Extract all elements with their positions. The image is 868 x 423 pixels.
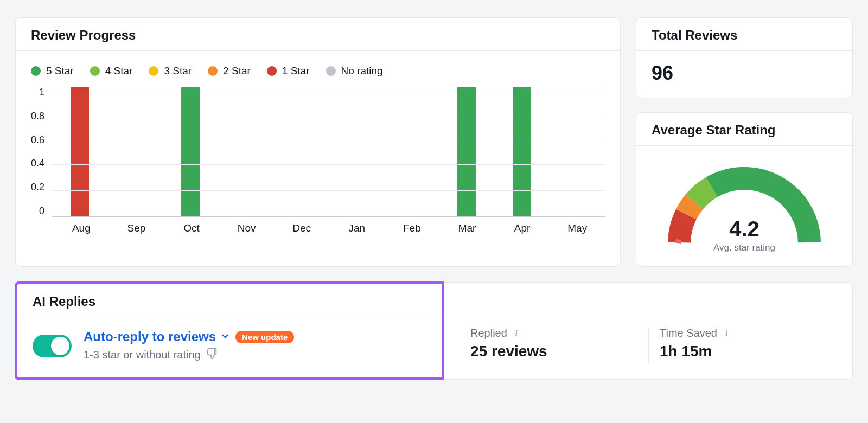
y-tick: 1 <box>39 87 44 98</box>
legend-item[interactable]: 5 Star <box>31 65 74 77</box>
y-tick: 0 <box>39 206 44 217</box>
legend-swatch <box>208 66 218 76</box>
avg-rating-gauge: 4.2 Avg. star rating <box>663 161 826 253</box>
bar-slot <box>494 87 550 216</box>
auto-reply-sub: 1-3 star or without rating <box>84 349 201 361</box>
review-progress-chart: 10.80.60.40.20 <box>31 87 605 217</box>
info-icon[interactable]: i <box>722 329 731 338</box>
card-header: Review Progress <box>16 18 620 51</box>
avg-rating-sub: Avg. star rating <box>663 242 826 253</box>
legend-item[interactable]: 4 Star <box>90 65 133 77</box>
bar-slot <box>273 87 329 216</box>
legend-label: 2 Star <box>223 65 251 77</box>
legend-label: 5 Star <box>46 65 74 77</box>
bar-slot <box>329 87 384 216</box>
ai-replies-stats: Replied i 25 reviews Time Saved i 1h 15m <box>444 309 852 379</box>
bar-slot <box>439 87 494 216</box>
legend-item[interactable]: No rating <box>326 65 383 77</box>
auto-reply-toggle[interactable] <box>33 335 72 357</box>
x-tick: Oct <box>164 222 219 234</box>
avg-rating-value: 4.2 <box>663 217 826 241</box>
bar-slot <box>218 87 273 216</box>
avg-rating-title: Average Star Rating <box>652 123 837 138</box>
legend-label: 3 Star <box>164 65 192 77</box>
bar-slot <box>384 87 439 216</box>
bar[interactable] <box>513 87 531 216</box>
bar-slot <box>163 87 218 216</box>
y-tick: 0.6 <box>31 134 44 146</box>
legend-swatch <box>31 66 41 76</box>
legend-swatch <box>149 66 158 76</box>
legend-label: 1 Star <box>282 65 310 77</box>
x-axis: AugSepOctNovDecJanFebMarAprMay <box>54 217 605 234</box>
replied-label: Replied <box>470 327 507 339</box>
review-progress-card: Review Progress 5 Star4 Star3 Star2 Star… <box>15 17 621 267</box>
x-tick: Apr <box>495 222 550 234</box>
legend-swatch <box>326 66 336 76</box>
plot-area <box>52 87 605 217</box>
new-update-badge: New update <box>235 331 294 343</box>
y-tick: 0.2 <box>31 182 44 193</box>
bar[interactable] <box>457 87 476 216</box>
legend-swatch <box>90 66 100 76</box>
bar-slot <box>550 87 605 216</box>
avg-rating-card: Average Star Rating <box>636 112 853 267</box>
legend-item[interactable]: 3 Star <box>149 65 192 77</box>
y-tick: 0.8 <box>31 111 44 122</box>
review-progress-title: Review Progress <box>31 28 605 43</box>
ai-replies-card: AI Replies Auto-reply to reviews <box>15 282 853 380</box>
ai-replies-title: AI Replies <box>33 294 426 309</box>
bar-slot <box>107 87 163 216</box>
y-tick: 0.4 <box>31 158 44 169</box>
bar[interactable] <box>71 87 89 216</box>
y-axis: 10.80.60.40.20 <box>31 87 52 217</box>
x-tick: Jan <box>329 222 385 234</box>
ai-replies-highlight: AI Replies Auto-reply to reviews <box>15 281 444 380</box>
total-reviews-card: Total Reviews 96 <box>636 17 853 98</box>
legend: 5 Star4 Star3 Star2 Star1 StarNo rating <box>31 62 605 87</box>
replied-value: 25 reviews <box>470 343 637 360</box>
x-tick: Dec <box>274 222 329 234</box>
legend-item[interactable]: 2 Star <box>208 65 251 77</box>
total-reviews-value: 96 <box>652 62 837 85</box>
x-tick: Aug <box>54 222 109 234</box>
x-tick: Feb <box>385 222 440 234</box>
thumbs-down-icon <box>206 348 218 362</box>
info-icon[interactable]: i <box>512 329 521 338</box>
x-tick: Sep <box>109 222 164 234</box>
x-tick: May <box>550 222 605 234</box>
legend-label: 4 Star <box>105 65 133 77</box>
x-tick: Nov <box>219 222 275 234</box>
time-saved-label: Time Saved <box>660 327 717 339</box>
chevron-down-icon <box>220 329 230 344</box>
time-saved-value: 1h 15m <box>660 343 826 360</box>
legend-label: No rating <box>341 65 383 77</box>
auto-reply-label: Auto-reply to reviews <box>84 329 216 344</box>
legend-swatch <box>267 66 277 76</box>
bar[interactable] <box>181 87 200 216</box>
total-reviews-title: Total Reviews <box>652 28 837 43</box>
legend-item[interactable]: 1 Star <box>267 65 310 77</box>
x-tick: Mar <box>439 222 495 234</box>
auto-reply-link[interactable]: Auto-reply to reviews <box>84 329 230 344</box>
bar-slot <box>52 87 107 216</box>
